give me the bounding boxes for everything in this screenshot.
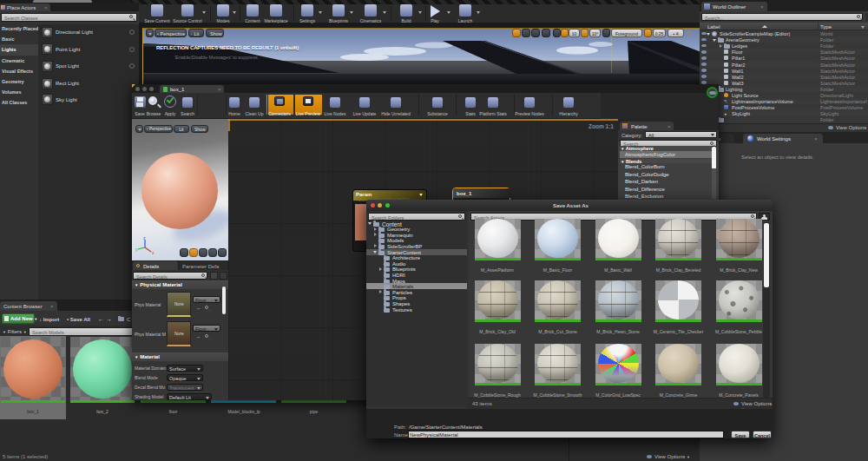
svg-text:x: x: [152, 250, 155, 255]
svg-text:y: y: [135, 247, 138, 252]
svg-text:z: z: [143, 236, 146, 240]
